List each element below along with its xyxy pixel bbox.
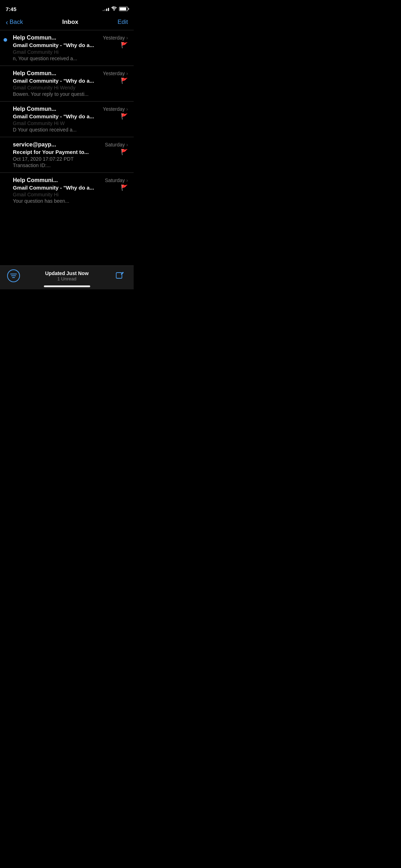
email-date: Yesterday › — [103, 35, 128, 41]
email-subject: Gmail Community - "Why do a... — [13, 42, 118, 48]
chevron-right-icon: › — [126, 71, 128, 76]
email-preview-1: Gmail Community Hi Wendy — [13, 85, 128, 91]
list-item[interactable]: Help Commun... Yesterday › Gmail Communi… — [0, 30, 134, 66]
list-item[interactable]: service@payp... Saturday › Receipt for Y… — [0, 137, 134, 173]
nav-bar: ‹ Back Inbox Edit — [0, 16, 134, 30]
status-icons — [103, 6, 128, 12]
email-preview-1: Gmail Community Hi — [13, 49, 128, 55]
email-preview-2: D Your question received a... — [13, 127, 128, 133]
back-button[interactable]: ‹ Back — [6, 19, 23, 26]
email-preview-2: Transaction ID:... — [13, 162, 128, 168]
compose-button[interactable] — [114, 269, 127, 282]
email-sender: Help Commun... — [13, 35, 100, 41]
email-preview-2: Bowen. Your reply to your questi... — [13, 91, 128, 97]
back-label: Back — [10, 19, 23, 26]
email-preview-2: n, Your question received a... — [13, 56, 128, 61]
chevron-right-icon: › — [126, 35, 128, 41]
unread-indicator — [4, 38, 7, 42]
status-bar: 7:45 — [0, 0, 134, 16]
email-list: Help Commun... Yesterday › Gmail Communi… — [0, 30, 134, 289]
email-subject: Receipt for Your Payment to... — [13, 149, 118, 155]
flag-icon: 🚩 — [121, 149, 128, 155]
email-date: Yesterday › — [103, 71, 128, 76]
email-date: Saturday › — [105, 142, 128, 148]
email-subject: Gmail Community - "Why do a... — [13, 185, 118, 191]
list-item[interactable]: Help Communi... Saturday › Gmail Communi… — [0, 173, 134, 208]
email-sender: service@payp... — [13, 141, 102, 148]
email-sender: Help Commun... — [13, 106, 100, 112]
email-sender: Help Commun... — [13, 70, 100, 77]
email-date: Yesterday › — [103, 106, 128, 112]
battery-icon — [119, 7, 128, 11]
nav-title: Inbox — [62, 19, 78, 26]
flag-icon: 🚩 — [121, 184, 128, 191]
email-preview-1: Oct 17, 2020 17:07:22 PDT — [13, 156, 128, 162]
email-preview-1: Gmail Community Hi — [13, 192, 128, 197]
filter-button[interactable] — [7, 269, 20, 282]
list-item[interactable]: Help Commun... Yesterday › Gmail Communi… — [0, 66, 134, 102]
chevron-right-icon: › — [126, 142, 128, 148]
list-item[interactable]: Help Commun... Yesterday › Gmail Communi… — [0, 102, 134, 137]
unread-label: 1 Unread — [45, 276, 88, 281]
chevron-right-icon: › — [126, 106, 128, 112]
chevron-right-icon: › — [126, 177, 128, 183]
flag-icon: 🚩 — [121, 113, 128, 120]
email-preview-1: Gmail Community Hi W — [13, 120, 128, 126]
flag-icon: 🚩 — [121, 77, 128, 84]
home-indicator — [44, 285, 90, 287]
back-chevron-icon: ‹ — [6, 19, 8, 26]
flag-icon: 🚩 — [121, 42, 128, 48]
wifi-icon — [111, 6, 117, 12]
edit-button[interactable]: Edit — [118, 19, 128, 26]
signal-icon — [103, 7, 109, 11]
email-date: Saturday › — [105, 177, 128, 183]
email-sender: Help Communi... — [13, 177, 102, 184]
sync-status: Updated Just Now 1 Unread — [45, 270, 88, 281]
email-preview-2: Your question has been... — [13, 198, 128, 204]
svg-rect-3 — [116, 273, 122, 278]
email-subject: Gmail Community - "Why do a... — [13, 113, 118, 119]
updated-label: Updated Just Now — [45, 270, 88, 276]
status-time: 7:45 — [6, 6, 16, 12]
email-subject: Gmail Community - "Why do a... — [13, 78, 118, 84]
